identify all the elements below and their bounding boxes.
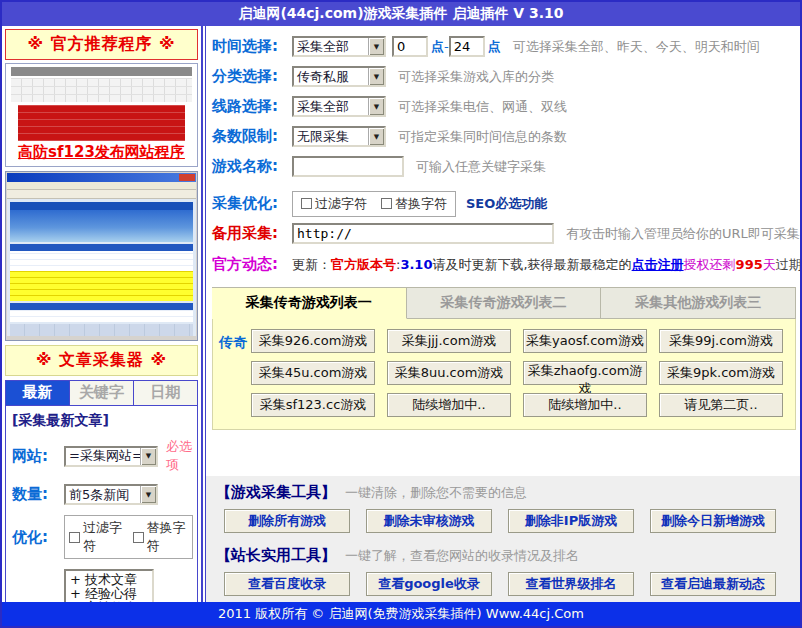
filter-checkbox[interactable] [69,532,80,543]
site-label: 网站: [12,447,64,466]
copyright-text: 2011 版权所有 © 启迪网(免费游戏采集插件) Www.44cj.Com [218,605,584,623]
sidebar-tab[interactable]: 关键字 [69,380,134,406]
hour-from-input[interactable] [392,36,428,57]
replace-checkbox[interactable] [133,532,144,543]
time-row: 时间选择: 采集全部 ▼ 点- 点 可选择采集全部、昨天、今天、明天和时间 [212,34,800,59]
dropdown-arrow-icon[interactable]: ▼ [368,68,384,85]
game-tool-button[interactable]: 删除未审核游戏 [366,509,492,533]
game-name-label: 游戏名称: [212,157,292,176]
random-option: 随机 [162,569,193,602]
dropdown-arrow-icon[interactable]: ▼ [140,486,156,503]
collect-game-button[interactable]: 采集sf123.cc游戏 [251,393,375,417]
replace-label: 替换字符 [395,195,447,213]
time-hint: 可选择采集全部、昨天、今天、明天和时间 [513,38,760,56]
backup-url-input[interactable] [292,223,554,244]
collect-game-button[interactable]: 采集8uu.com游戏 [387,361,511,385]
auth-suffix: 天 [763,256,776,274]
close-icon [179,174,195,181]
game-list-tab[interactable]: 采集其他游戏列表三 [601,287,796,319]
limit-select[interactable]: 无限采集 ▼ [292,126,386,147]
mini-browser-titlebar [7,173,196,182]
news-label: 官方动态: [212,255,292,274]
mini-browser-toolbar [7,190,196,199]
game-list-tab[interactable]: 采集传奇游戏列表一 [212,287,407,319]
line-select[interactable]: 采集全部 ▼ [292,96,386,117]
dropdown-arrow-icon[interactable]: ▼ [368,38,384,55]
titlebar: 启迪网(44cj.com)游戏采集插件 启迪插件 V 3.10 [2,2,800,26]
window-title: 启迪网(44cj.com)游戏采集插件 启迪插件 V 3.10 [238,5,563,23]
auth-days: 995 [736,257,763,272]
collect-game-button[interactable]: 采集45u.com游戏 [251,361,375,385]
category-select[interactable]: 传奇私服 ▼ [292,66,386,87]
site-tool-button[interactable]: 查看百度收录 [224,572,350,596]
game-tool-button[interactable]: 删除所有游戏 [224,509,350,533]
news-version-label: 官方版本号 [331,256,396,274]
collect-game-button[interactable]: 采集zhaofg.com游戏 [523,361,647,385]
screenshot-header-bar [11,67,192,76]
collect-game-button[interactable]: 采集9pk.com游戏 [659,361,783,385]
sidebar-tab[interactable]: 日期 [133,380,198,406]
register-link[interactable]: 点击注册 [632,256,684,274]
collect-game-button[interactable]: 请见第二页.. [659,393,783,417]
optimize-row: 优化: 过滤字符 替换字符 [12,515,193,559]
site-tool-button[interactable]: 查看google收录 [366,572,492,596]
screenshot-grid [11,78,192,102]
category-select-value: 传奇私服 [294,68,368,86]
category-select-label: 分类选择: [212,67,292,86]
site-tool-button[interactable]: 查看世界级排名 [508,572,634,596]
promo-site-screenshot[interactable]: 高防sf123发布网站程序 [5,63,198,167]
game-tool-button[interactable]: 删除非IP版游戏 [508,509,634,533]
filter-label: 过滤字符 [315,195,367,213]
count-select[interactable]: 前5条新闻 ▼ [64,484,158,505]
panel-title: [采集最新文章] [12,412,193,430]
collect-game-button[interactable]: 陆续增加中.. [387,393,511,417]
body: ※ 官方推荐程序 ※ 高防sf123发布网站程序 [2,26,800,602]
game-tools-header: 【游戏采集工具】 一键清除，删除您不需要的信息 [216,482,796,502]
mini-site-tablehead [10,244,193,251]
collect-game-button[interactable]: 采集99j.com游戏 [659,329,783,353]
game-name-hint: 可输入任意关键字采集 [416,158,546,176]
replace-checkbox[interactable] [381,198,392,209]
time-select[interactable]: 采集全部 ▼ [292,36,386,57]
site-select[interactable]: =采集网站= ▼ [64,446,158,467]
time-label: 时间选择: [212,37,292,56]
replace-label: 替换字符 [147,519,189,555]
mini-site-topband [10,202,193,210]
collect-game-button[interactable]: 采集yaosf.com游戏 [523,329,647,353]
sidebar: ※ 官方推荐程序 ※ 高防sf123发布网站程序 [2,26,203,602]
dropdown-arrow-icon[interactable]: ▼ [368,98,384,115]
collect-optimize-row: 采集优化: 过滤字符 替换字符 SEO必选功能 [212,191,800,216]
category-item[interactable]: + 技术文章 [70,573,148,587]
mini-site-highlight-rows [10,271,193,301]
site-row: 网站: =采集网站= ▼ 必选项 [12,438,193,474]
promo-header-text: ※ 官方推荐程序 ※ [27,34,175,53]
promo-site-link[interactable]: 高防sf123发布网站程序 [6,143,197,162]
dropdown-arrow-icon[interactable]: ▼ [368,128,384,145]
game-list-tab[interactable]: 采集传奇游戏列表二 [407,287,602,319]
collect-game-button[interactable]: 采集jjj.com游戏 [387,329,511,353]
collect-game-button[interactable]: 陆续增加中.. [523,393,647,417]
backup-row: 备用采集: 有攻击时输入管理员给你的URL即可采集 [212,221,800,246]
dropdown-arrow-icon[interactable]: ▼ [140,448,156,465]
article-collector-screenshot[interactable] [5,171,198,341]
app-window: 启迪网(44cj.com)游戏采集插件 启迪插件 V 3.10 ※ 官方推荐程序… [0,0,802,628]
hour-to-input[interactable] [449,36,485,57]
game-tools-title: 【游戏采集工具】 [216,483,336,501]
line-select-value: 采集全部 [294,98,368,116]
sidebar-tab[interactable]: 最新 [5,380,70,406]
category-item[interactable]: + 经验心得 [70,587,148,601]
site-tools-title: 【站长实用工具】 [216,546,336,564]
game-tools-buttons: 删除所有游戏删除未审核游戏删除非IP版游戏删除今日新增游戏 [224,509,776,533]
category-listbox[interactable]: + 技术文章+ 经验心得+ 心情故事+ 经典脚本 [64,569,154,602]
line-label: 线路选择: [212,97,292,116]
auth-prefix: 授权还剩 [684,256,736,274]
category-select-row: 分类选择: 传奇私服 ▼ 可选择采集游戏入库的分类 [212,64,800,89]
legend-label: 传奇 [217,329,251,417]
game-tool-button[interactable]: 删除今日新增游戏 [650,509,776,533]
game-name-input[interactable] [292,156,404,177]
filter-checkbox[interactable] [301,198,312,209]
main-panel: 时间选择: 采集全部 ▼ 点- 点 可选择采集全部、昨天、今天、明天和时间 分类… [205,26,800,602]
mini-site-footer [10,324,193,336]
site-tool-button[interactable]: 查看启迪最新动态 [650,572,776,596]
collect-game-button[interactable]: 采集926.com游戏 [251,329,375,353]
